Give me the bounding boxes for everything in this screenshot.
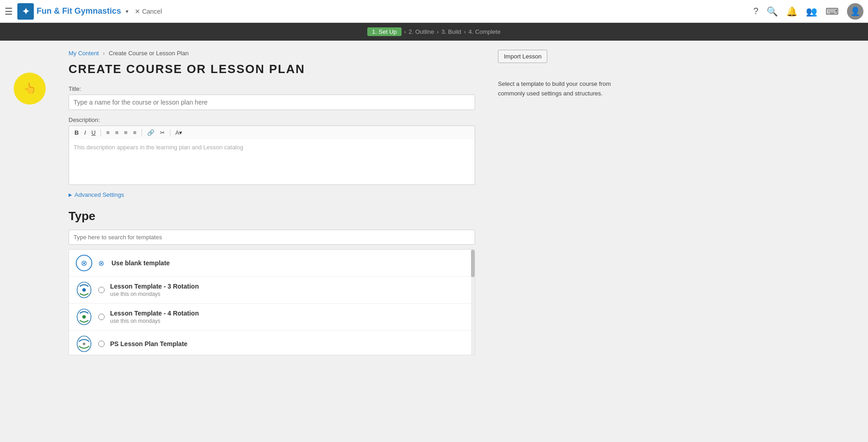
template-ps-info: PS Lesson Plan Template	[110, 340, 468, 347]
editor-toolbar: B I U ≡ ≡ ≡ ≡ 🔗 ✂ A▾	[69, 126, 475, 139]
cancel-button[interactable]: ✕ Cancel	[135, 8, 162, 15]
template-blank-name: Use blank template	[111, 259, 468, 267]
brand-logo-icon: ✦	[17, 3, 34, 20]
toolbar-sep-1	[101, 129, 101, 137]
toolbar-ul[interactable]: ≡	[104, 128, 111, 137]
main-content: My Content › Create Course or Lesson Pla…	[55, 41, 489, 440]
template-lesson3-name: Lesson Template - 3 Rotation	[110, 283, 468, 290]
breadcrumb-link[interactable]: My Content	[69, 50, 99, 57]
description-placeholder: This description appears in the learning…	[74, 144, 243, 151]
toolbar-code[interactable]: ✂	[158, 128, 167, 137]
advanced-settings-toggle[interactable]: ▶ Advanced Settings	[69, 191, 475, 198]
toolbar-ol[interactable]: ≡	[113, 128, 121, 137]
progress-arrow-1: ›	[404, 29, 406, 35]
notifications-icon[interactable]: 🔔	[786, 6, 798, 17]
description-editor[interactable]: This description appears in the learning…	[69, 139, 475, 185]
type-section: Type ⊗ ⊗ Use blank template	[69, 209, 475, 355]
brand-dropdown-arrow[interactable]: ▾	[126, 8, 128, 15]
template-list: ⊗ ⊗ Use blank template	[69, 249, 475, 355]
svg-text:⊗: ⊗	[81, 259, 87, 268]
nav-logo: ✦ Fun & Fit Gymnastics ▾	[17, 3, 128, 20]
left-panel: 👆	[0, 41, 55, 440]
template-radio-lesson4[interactable]	[98, 314, 105, 320]
template-item-lesson3[interactable]: Lesson Template - 3 Rotation use this on…	[69, 277, 475, 304]
template-logo-lesson4	[75, 308, 93, 326]
step-build[interactable]: 3. Build	[441, 28, 461, 35]
toolbar-sep-2	[142, 129, 142, 137]
type-title: Type	[69, 209, 475, 223]
template-lesson4-name: Lesson Template - 4 Rotation	[110, 310, 468, 317]
page-title: CREATE COURSE OR LESSON PLAN	[69, 62, 475, 76]
main-layout: 👆 My Content › Create Course or Lesson P…	[0, 41, 868, 440]
progress-arrow-2: ›	[437, 29, 439, 35]
toolbar-indent-left[interactable]: ≡	[122, 128, 130, 137]
description-label: Description:	[69, 116, 475, 123]
template-lesson4-info: Lesson Template - 4 Rotation use this on…	[110, 310, 468, 324]
breadcrumb-separator: ›	[103, 50, 105, 57]
title-label: Title:	[69, 85, 475, 92]
toolbar-indent-right[interactable]: ≡	[131, 128, 138, 137]
nav-right-icons: ? 🔍 🔔 👥 ⌨ 👤	[753, 3, 863, 20]
search-icon[interactable]: 🔍	[767, 6, 778, 17]
toolbar-bold[interactable]: B	[73, 128, 80, 137]
template-scrollbar[interactable]	[471, 250, 475, 355]
template-ps-name: PS Lesson Plan Template	[110, 340, 468, 347]
template-blank-info: Use blank template	[111, 259, 468, 267]
step-setup[interactable]: 1. Set Up	[367, 27, 401, 36]
title-input[interactable]	[69, 95, 475, 110]
sidebar-hint: Select a template to build your course f…	[498, 79, 617, 99]
template-search-input[interactable]	[69, 230, 475, 245]
users-icon[interactable]: 👥	[806, 6, 817, 17]
template-list-inner: ⊗ ⊗ Use blank template	[69, 250, 475, 355]
advanced-arrow-icon: ▶	[69, 192, 72, 197]
help-icon[interactable]: ?	[753, 6, 758, 16]
top-nav: ☰ ✦ Fun & Fit Gymnastics ▾ ✕ Cancel ? 🔍 …	[0, 0, 868, 23]
import-lesson-button[interactable]: Import Lesson	[498, 50, 547, 63]
template-radio-ps[interactable]	[98, 341, 105, 347]
template-radio-lesson3[interactable]	[98, 287, 105, 293]
breadcrumb-current: Create Course or Lesson Plan	[109, 50, 189, 57]
right-sidebar: Import Lesson Select a template to build…	[489, 41, 626, 440]
svg-point-9	[83, 342, 85, 345]
template-logo-ps	[75, 335, 93, 353]
progress-arrow-3: ›	[464, 29, 466, 35]
toolbar-link[interactable]: 🔗	[145, 128, 156, 137]
cursor-indicator: 👆	[14, 73, 46, 105]
step-outline[interactable]: 2. Outline	[409, 28, 434, 35]
template-logo-lesson3	[75, 281, 93, 299]
svg-text:✦: ✦	[22, 6, 30, 16]
template-lesson3-info: Lesson Template - 3 Rotation use this on…	[110, 283, 468, 297]
toolbar-underline[interactable]: U	[90, 128, 97, 137]
template-lesson4-sub: use this on mondays	[110, 318, 468, 324]
template-item-blank[interactable]: ⊗ ⊗ Use blank template	[69, 250, 475, 277]
progress-bar: 1. Set Up › 2. Outline › 3. Build › 4. C…	[0, 23, 868, 41]
keyboard-icon[interactable]: ⌨	[826, 6, 839, 17]
toolbar-italic[interactable]: I	[82, 128, 88, 137]
toolbar-font-color[interactable]: A▾	[174, 128, 185, 137]
advanced-settings-label: Advanced Settings	[74, 191, 124, 198]
avatar[interactable]: 👤	[847, 3, 863, 20]
blank-selected-icon: ⊗	[98, 259, 104, 268]
toolbar-sep-3	[170, 129, 170, 137]
hamburger-menu[interactable]: ☰	[5, 6, 13, 17]
template-item-ps[interactable]: PS Lesson Plan Template	[69, 331, 475, 355]
template-lesson3-sub: use this on mondays	[110, 291, 468, 297]
template-logo-blank: ⊗	[75, 254, 93, 272]
svg-point-5	[82, 288, 86, 292]
breadcrumb: My Content › Create Course or Lesson Pla…	[69, 50, 475, 57]
template-scroll-thumb[interactable]	[471, 250, 475, 277]
svg-point-7	[82, 315, 86, 319]
template-item-lesson4[interactable]: Lesson Template - 4 Rotation use this on…	[69, 304, 475, 331]
step-complete[interactable]: 4. Complete	[469, 28, 501, 35]
brand-name: Fun & Fit Gymnastics	[37, 6, 121, 16]
